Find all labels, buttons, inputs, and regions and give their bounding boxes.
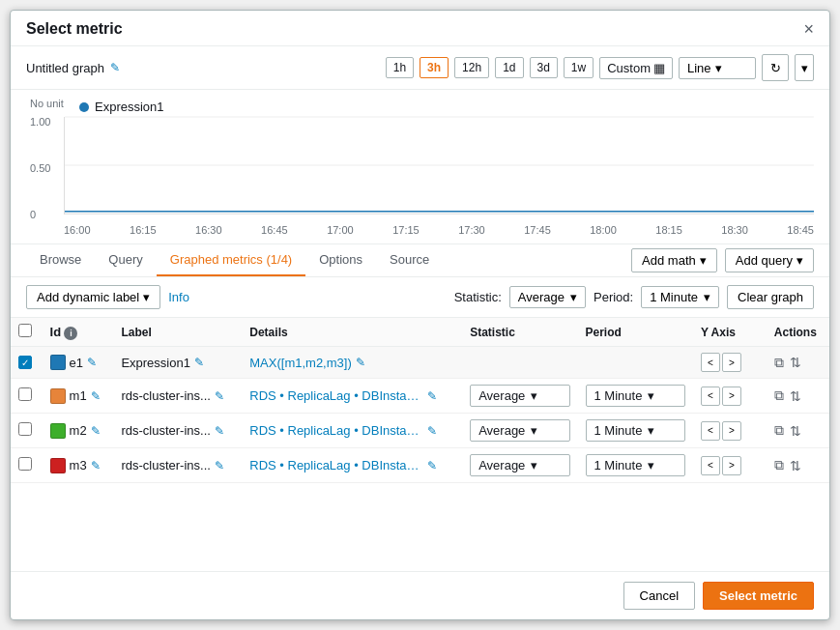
more-options-button[interactable]: ▾: [795, 54, 814, 81]
row-m3-move-icon[interactable]: ⇅: [790, 458, 801, 473]
row-m3-yaxis-left[interactable]: <: [701, 456, 720, 475]
legend: Expression1: [26, 98, 814, 118]
graph-title-container: Untitled graph ✎: [26, 61, 120, 75]
row-e1-details-link[interactable]: MAX([m1,m2,m3]): [249, 356, 351, 370]
row-m1-details-link[interactable]: RDS • ReplicaLag • DBInstanceIde....: [249, 388, 423, 403]
row-m2-label: rds-cluster-ins...: [121, 423, 210, 438]
clear-graph-button[interactable]: Clear graph: [727, 285, 814, 309]
row-m1-period-value: 1 Minute: [594, 388, 643, 403]
id-info-icon[interactable]: i: [64, 327, 77, 340]
row-e1-yaxis-left[interactable]: <: [701, 353, 720, 372]
add-math-button[interactable]: Add math ▾: [631, 248, 717, 272]
row-m2-edit-icon[interactable]: ✎: [91, 424, 101, 438]
graph-title-edit-icon[interactable]: ✎: [110, 61, 120, 74]
row-m1-edit-icon[interactable]: ✎: [91, 389, 101, 403]
row-e1-details-cell: MAX([m1,m2,m3]) ✎: [242, 347, 462, 379]
row-m3-edit-icon[interactable]: ✎: [91, 459, 101, 472]
row-m1-copy-icon[interactable]: ⧉: [774, 387, 784, 404]
row-m1-checkbox[interactable]: [18, 387, 32, 401]
row-e1-details-edit-icon[interactable]: ✎: [356, 356, 365, 369]
row-m3-copy-icon[interactable]: ⧉: [774, 457, 784, 473]
tab-browse[interactable]: Browse: [26, 244, 95, 276]
x-label-9: 18:15: [655, 224, 682, 236]
row-e1-checkbox[interactable]: ✓: [18, 356, 32, 369]
row-m3-period-select[interactable]: 1 Minute ▾: [586, 454, 685, 476]
col-header-id: Id i: [43, 318, 114, 347]
time-1h-button[interactable]: 1h: [386, 57, 414, 78]
col-header-checkbox: [11, 318, 43, 347]
graph-container: No unit 1.00 0.50 0 16:00 16:15 16:30 16…: [11, 90, 829, 244]
table-row: ✓ e1 ✎ Expression1 ✎: [11, 347, 829, 379]
row-e1-label-edit-icon[interactable]: ✎: [194, 356, 204, 369]
period-select[interactable]: 1 Minute ▾: [641, 286, 719, 308]
row-e1-actions-cell: ⧉ ⇅: [767, 347, 829, 379]
row-m2-yaxis-cell: < >: [693, 414, 767, 448]
row-e1-edit-icon[interactable]: ✎: [87, 356, 97, 369]
row-m3-statistic-select[interactable]: Average ▾: [470, 454, 569, 476]
x-label-7: 17:45: [524, 224, 551, 236]
row-m1-details-edit-icon[interactable]: ✎: [427, 389, 437, 403]
cancel-button[interactable]: Cancel: [623, 582, 695, 610]
tab-graphed-metrics[interactable]: Graphed metrics (1/4): [157, 244, 305, 276]
row-e1-move-icon[interactable]: ⇅: [790, 355, 801, 370]
row-e1-yaxis-right[interactable]: >: [722, 353, 741, 372]
time-1w-button[interactable]: 1w: [564, 57, 594, 78]
chart-type-select[interactable]: Line ▾: [679, 57, 756, 79]
x-axis-labels: 16:00 16:15 16:30 16:45 17:00 17:15 17:3…: [64, 224, 814, 236]
tab-source[interactable]: Source: [376, 244, 443, 276]
refresh-button[interactable]: ↻: [762, 54, 789, 81]
no-unit-label: No unit: [30, 98, 64, 109]
statistic-select[interactable]: Average ▾: [509, 286, 586, 308]
row-e1-color-swatch: [50, 355, 66, 370]
row-m1-period-select[interactable]: 1 Minute ▾: [586, 385, 685, 407]
row-m2-id: m2: [70, 423, 87, 438]
row-m1-statistic-select[interactable]: Average ▾: [470, 385, 569, 407]
row-m2-yaxis-ctrl: < >: [701, 421, 759, 441]
row-m3-label-edit-icon[interactable]: ✎: [215, 459, 224, 472]
select-metric-modal: Select metric × Untitled graph ✎ 1h 3h 1…: [10, 10, 830, 620]
row-m3-details-link[interactable]: RDS • ReplicaLag • DBInstanceIde....: [249, 458, 423, 472]
graph-title-text: Untitled graph: [26, 61, 104, 75]
row-m3-yaxis-right[interactable]: >: [722, 456, 741, 475]
time-3h-button[interactable]: 3h: [420, 57, 449, 78]
x-label-0: 16:00: [64, 224, 91, 236]
row-m2-copy-icon[interactable]: ⧉: [774, 422, 784, 439]
close-button[interactable]: ×: [803, 20, 814, 38]
add-query-button[interactable]: Add query ▾: [725, 248, 814, 272]
add-dynamic-label-button[interactable]: Add dynamic label ▾: [26, 285, 160, 309]
tab-options[interactable]: Options: [305, 244, 376, 276]
statistic-dropdown-icon: ▾: [570, 290, 577, 304]
time-1d-button[interactable]: 1d: [495, 57, 523, 78]
time-3d-button[interactable]: 3d: [530, 57, 558, 78]
select-metric-button[interactable]: Select metric: [703, 582, 814, 610]
row-m1-move-icon[interactable]: ⇅: [790, 388, 801, 404]
info-link[interactable]: Info: [168, 290, 189, 304]
row-m2-details-link[interactable]: RDS • ReplicaLag • DBInstanceIde....: [249, 423, 423, 438]
row-m2-checkbox-cell: [11, 414, 43, 448]
row-m3-checkbox[interactable]: [18, 457, 32, 471]
row-m2-yaxis-left[interactable]: <: [701, 421, 720, 441]
legend-label: Expression1: [95, 100, 164, 114]
time-custom-button[interactable]: Custom ▦: [599, 57, 673, 79]
legend-color-dot: [79, 102, 89, 112]
row-m2-statistic-select[interactable]: Average ▾: [470, 419, 569, 442]
row-e1-yaxis-ctrl: < >: [701, 353, 759, 372]
row-m2-period-select[interactable]: 1 Minute ▾: [586, 419, 685, 442]
row-m2-move-icon[interactable]: ⇅: [790, 423, 801, 439]
metrics-table: Id i Label Details Statistic Period Y Ax…: [11, 318, 829, 483]
row-m1-yaxis-left[interactable]: <: [701, 387, 720, 406]
row-e1-copy-icon[interactable]: ⧉: [774, 355, 784, 371]
modal-header: Select metric ×: [11, 11, 829, 46]
tab-query[interactable]: Query: [95, 244, 156, 276]
x-label-6: 17:30: [458, 224, 485, 236]
row-m1-actions-cell: ⧉ ⇅: [767, 379, 829, 414]
time-12h-button[interactable]: 12h: [454, 57, 489, 78]
select-all-checkbox[interactable]: [18, 324, 32, 337]
row-m2-details-edit-icon[interactable]: ✎: [427, 424, 437, 438]
row-m2-yaxis-right[interactable]: >: [722, 421, 741, 441]
row-m2-label-edit-icon[interactable]: ✎: [215, 424, 224, 438]
row-m1-label-edit-icon[interactable]: ✎: [215, 389, 224, 403]
row-m2-checkbox[interactable]: [18, 422, 32, 436]
row-m1-yaxis-right[interactable]: >: [722, 387, 741, 406]
row-m3-details-edit-icon[interactable]: ✎: [427, 459, 437, 472]
